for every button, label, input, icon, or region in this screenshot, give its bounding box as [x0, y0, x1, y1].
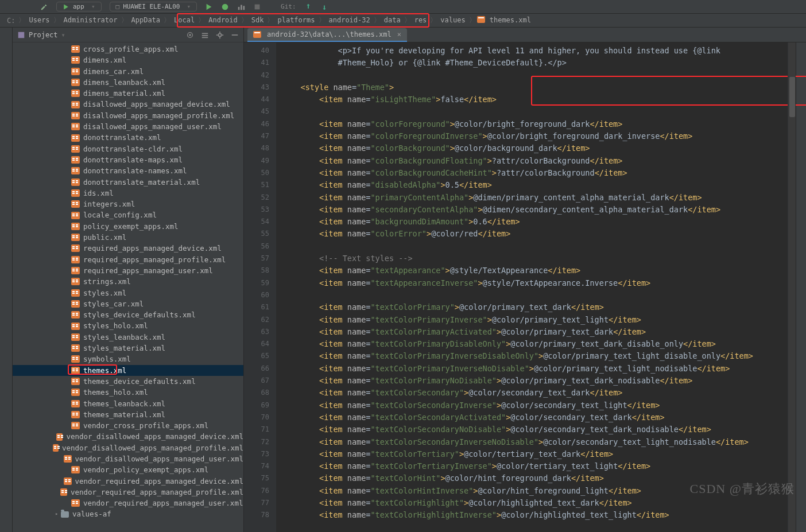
- tree-file-row[interactable]: strings.xml: [13, 276, 243, 287]
- tree-file-row[interactable]: styles_material.xml: [13, 343, 243, 354]
- tree-file-row[interactable]: vendor_disallowed_apps_managed_device.xm…: [13, 431, 243, 442]
- code-line[interactable]: <item name="primaryContentAlpha">@dimen/…: [282, 192, 788, 204]
- debug-icon[interactable]: [221, 3, 229, 11]
- tree-file-row[interactable]: styles_holo.xml: [13, 320, 243, 331]
- code-line[interactable]: <item name="textColorTertiaryInverse">@c…: [282, 460, 788, 472]
- tree-file-row[interactable]: locale_config.xml: [13, 209, 243, 220]
- code-line[interactable]: [282, 289, 788, 301]
- code-line[interactable]: [282, 106, 788, 118]
- tree-file-row[interactable]: dimens_car.xml: [13, 66, 243, 77]
- tree-file-row[interactable]: dimens_leanback.xml: [13, 77, 243, 88]
- hammer-icon[interactable]: [40, 3, 48, 11]
- breadcrumb-item[interactable]: Users: [26, 16, 52, 24]
- code-line[interactable]: <item name="textColorSecondaryNoDisable"…: [282, 424, 788, 436]
- code-line[interactable]: <item name="textColorPrimaryActivated">@…: [282, 326, 788, 338]
- code-line[interactable]: <item name="backgroundDimAmount">0.6</it…: [282, 216, 788, 228]
- code-line[interactable]: <item name="textColorTertiary">@color/te…: [282, 448, 788, 460]
- breadcrumb-item[interactable]: values: [438, 16, 467, 24]
- tree-file-row[interactable]: public.xml: [13, 232, 243, 243]
- tree-file-row[interactable]: themes_material.xml: [13, 409, 243, 420]
- editor-body[interactable]: 4041424344454647484950515253545556575859…: [244, 42, 806, 532]
- code-line[interactable]: <item name="disabledAlpha">0.5</item>: [282, 179, 788, 191]
- code-line[interactable]: <item name="secondaryContentAlpha">@dime…: [282, 204, 788, 216]
- tree-file-row[interactable]: vendor_required_apps_managed_user.xml: [13, 498, 243, 508]
- close-icon[interactable]: ×: [397, 30, 401, 38]
- code-line[interactable]: <item name="textColorSecondaryActivated"…: [282, 411, 788, 424]
- tree-file-row[interactable]: required_apps_managed_device.xml: [13, 243, 243, 254]
- tree-folder-row[interactable]: ▸values-af: [13, 508, 243, 519]
- code-line[interactable]: <item name="textColorPrimaryInverse">@co…: [282, 314, 788, 326]
- tree-file-row[interactable]: donottranslate-names.xml: [13, 165, 243, 176]
- editor-scroll-track[interactable]: [788, 42, 796, 532]
- tree-file-row[interactable]: dimens_material.xml: [13, 88, 243, 99]
- code-line[interactable]: <item name="textColorHighlightInverse">@…: [282, 509, 788, 521]
- code-line[interactable]: <item name="textColorPrimaryDisableOnly"…: [282, 338, 788, 350]
- code-line[interactable]: <item name="colorForeground">@color/brig…: [282, 118, 788, 130]
- tree-file-row[interactable]: vendor_cross_profile_apps.xml: [13, 420, 243, 431]
- device-select[interactable]: □HUAWEI ELE-AL00▾: [110, 2, 197, 11]
- code-line[interactable]: <item name="textColorSecondaryInverseNoD…: [282, 436, 788, 448]
- tree-file-row[interactable]: donottranslate-cldr.xml: [13, 143, 243, 154]
- profile-icon[interactable]: [237, 3, 245, 11]
- settings-icon[interactable]: [216, 31, 224, 39]
- code-line[interactable]: <item name="colorForegroundInverse">@col…: [282, 130, 788, 142]
- code-line[interactable]: <item name="colorError">@color/red</item…: [282, 228, 788, 240]
- tree-file-row[interactable]: themes_device_defaults.xml: [13, 376, 243, 387]
- tab-themes-xml[interactable]: android-32\data\...\themes.xml ×: [247, 28, 407, 42]
- tree-file-row[interactable]: symbols.xml: [13, 354, 243, 364]
- tree-file-row[interactable]: styles_car.xml: [13, 298, 243, 309]
- git-commit-icon[interactable]: [320, 3, 328, 11]
- tree-file-row[interactable]: cross_profile_apps.xml: [13, 44, 243, 55]
- code-line[interactable]: <item name="colorBackground">@color/back…: [282, 142, 788, 154]
- tree-file-row[interactable]: themes.xml: [13, 365, 243, 376]
- tree-file-row[interactable]: ids.xml: [13, 188, 243, 199]
- code-line[interactable]: <item name="textColorSecondary">@color/s…: [282, 387, 788, 399]
- breadcrumb-item[interactable]: themes.xml: [487, 16, 533, 24]
- code-line[interactable]: <item name="textColorHighlight">@color/h…: [282, 497, 788, 509]
- tree-file-row[interactable]: vendor_disallowed_apps_managed_user.xml: [13, 453, 243, 464]
- editor-code[interactable]: <p>If you're developing for API level 11…: [276, 42, 788, 532]
- tree-file-row[interactable]: required_apps_managed_user.xml: [13, 265, 243, 276]
- git-update-icon[interactable]: [304, 3, 312, 11]
- tree-file-row[interactable]: themes_leanback.xml: [13, 398, 243, 409]
- stop-icon[interactable]: [253, 3, 261, 11]
- run-config-select[interactable]: app▾: [56, 2, 102, 11]
- tree-file-row[interactable]: styles_device_defaults.xml: [13, 309, 243, 320]
- tree-file-row[interactable]: disallowed_apps_managed_profile.xml: [13, 110, 243, 121]
- tree-file-row[interactable]: vendor_required_apps_managed_device.xml: [13, 476, 243, 487]
- code-line[interactable]: <item name="textColorHint">@color/hint_f…: [282, 472, 788, 484]
- code-line[interactable]: <!-- Text styles -->: [282, 253, 788, 265]
- tree-file-row[interactable]: styles.xml: [13, 288, 243, 298]
- code-line[interactable]: <item name="textAppearance">@style/TextA…: [282, 265, 788, 277]
- project-tree[interactable]: cross_profile_apps.xmldimens.xmldimens_c…: [13, 42, 243, 532]
- code-line[interactable]: <item name="textColorSecondaryInverse">@…: [282, 399, 788, 411]
- code-line[interactable]: <item name="textColorHintInverse">@color…: [282, 485, 788, 497]
- code-line[interactable]: <item name="colorBackgroundCacheHint">?a…: [282, 167, 788, 179]
- tree-file-row[interactable]: disallowed_apps_managed_device.xml: [13, 99, 243, 110]
- tree-file-row[interactable]: vendor_disallowed_apps_managed_profile.x…: [13, 442, 243, 453]
- code-line[interactable]: <item name="textColorPrimaryInverseNoDis…: [282, 363, 788, 375]
- breadcrumb-item[interactable]: Administrator: [61, 16, 120, 24]
- breadcrumb-item[interactable]: AppData: [129, 16, 163, 24]
- tree-file-row[interactable]: donottranslate-maps.xml: [13, 154, 243, 165]
- code-line[interactable]: #Theme_Holo} or {@link #Theme_DeviceDefa…: [282, 57, 788, 69]
- tree-file-row[interactable]: donottranslate_material.xml: [13, 177, 243, 188]
- code-line[interactable]: <item name="textColorPrimaryInverseDisab…: [282, 350, 788, 362]
- tree-file-row[interactable]: vendor_policy_exempt_apps.xml: [13, 464, 243, 475]
- tree-file-row[interactable]: policy_exempt_apps.xml: [13, 221, 243, 232]
- select-opened-file-icon[interactable]: [186, 31, 194, 39]
- editor-scroll-thumb[interactable]: [789, 77, 795, 117]
- expand-all-icon[interactable]: [201, 31, 209, 39]
- tree-file-row[interactable]: donottranslate.xml: [13, 132, 243, 143]
- tree-file-row[interactable]: vendor_required_apps_managed_profile.xml: [13, 487, 243, 498]
- tree-file-row[interactable]: integers.xml: [13, 199, 243, 209]
- collapse-icon[interactable]: [231, 31, 239, 39]
- play-icon[interactable]: [205, 3, 213, 11]
- code-line[interactable]: [282, 240, 788, 253]
- code-line[interactable]: <item name="colorBackgroundFloating">?at…: [282, 155, 788, 167]
- tree-file-row[interactable]: dimens.xml: [13, 55, 243, 65]
- code-line[interactable]: <item name="textColorPrimary">@color/pri…: [282, 301, 788, 313]
- tree-file-row[interactable]: styles_leanback.xml: [13, 332, 243, 343]
- tree-file-row[interactable]: required_apps_managed_profile.xml: [13, 254, 243, 265]
- code-line[interactable]: <item name="textColorPrimaryNoDisable">@…: [282, 375, 788, 387]
